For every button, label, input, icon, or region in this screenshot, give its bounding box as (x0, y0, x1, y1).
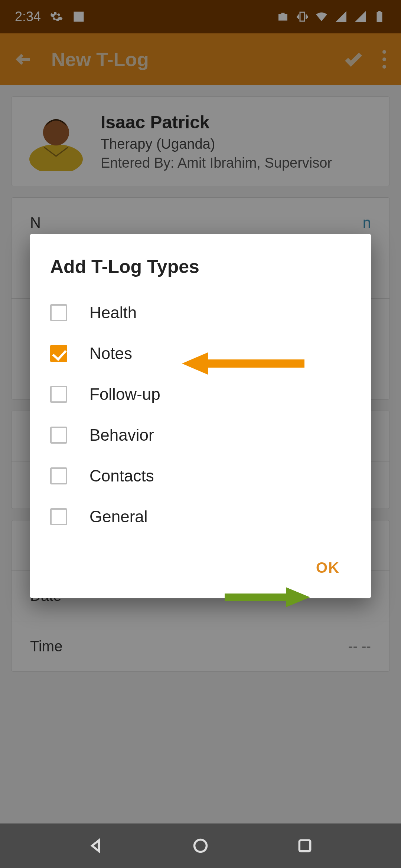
option-label: Follow-up (89, 385, 160, 404)
nav-home-icon[interactable] (192, 838, 209, 854)
checkbox-health[interactable] (50, 304, 67, 321)
option-notes[interactable]: Notes (50, 333, 351, 374)
checkbox-general[interactable] (50, 508, 67, 525)
nav-recent-icon[interactable] (297, 838, 313, 854)
checkbox-behavior[interactable] (50, 427, 67, 444)
nav-back-icon[interactable] (88, 838, 104, 854)
svg-point-6 (195, 840, 207, 852)
option-label: Notes (89, 344, 132, 363)
option-label: Contacts (89, 467, 154, 485)
checkbox-notes[interactable] (50, 345, 67, 362)
option-behavior[interactable]: Behavior (50, 415, 351, 456)
dialog-title: Add T-Log Types (50, 256, 351, 277)
system-nav-bar (0, 823, 401, 868)
option-label: General (89, 507, 148, 526)
checkbox-contacts[interactable] (50, 467, 67, 484)
tlog-types-dialog: Add T-Log Types HealthNotesFollow-upBeha… (30, 234, 371, 598)
checkbox-follow-up[interactable] (50, 386, 67, 403)
option-contacts[interactable]: Contacts (50, 456, 351, 496)
svg-rect-7 (299, 840, 310, 851)
option-label: Behavior (89, 426, 154, 444)
option-health[interactable]: Health (50, 292, 351, 333)
ok-button[interactable]: OK (305, 552, 351, 583)
option-follow-up[interactable]: Follow-up (50, 374, 351, 415)
option-general[interactable]: General (50, 496, 351, 537)
option-label: Health (89, 303, 137, 322)
